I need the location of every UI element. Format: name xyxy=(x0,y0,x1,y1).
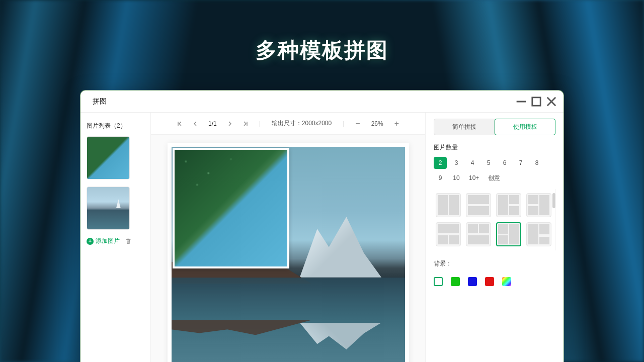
bg-color-custom[interactable] xyxy=(502,277,511,286)
app-window: 拼图 图片列表（2） + 添加图片 xyxy=(80,90,564,362)
window-title: 拼图 xyxy=(93,97,107,106)
add-delete-row: + 添加图片 xyxy=(87,237,144,245)
prev-page-button[interactable] xyxy=(193,121,197,126)
plus-circle-icon: + xyxy=(87,238,94,245)
trash-icon[interactable] xyxy=(125,238,132,245)
template-option-4[interactable] xyxy=(526,193,551,217)
center-canvas-panel: 1/1 | 输出尺寸：2000x2000 | − 26% + xyxy=(151,113,425,362)
template-option-1[interactable] xyxy=(436,193,461,217)
count-option-2[interactable]: 2 xyxy=(434,157,447,169)
svg-rect-1 xyxy=(532,97,540,105)
count-option-3[interactable]: 3 xyxy=(450,157,463,169)
background-colors xyxy=(434,277,555,286)
collage-canvas[interactable] xyxy=(168,143,409,362)
close-button[interactable] xyxy=(544,95,558,109)
template-scrollbar[interactable] xyxy=(552,193,555,208)
add-image-button[interactable]: + 添加图片 xyxy=(87,237,120,245)
image-thumbnail-1[interactable] xyxy=(87,136,130,179)
mode-tabs: 简单拼接 使用模板 xyxy=(434,119,555,135)
template-option-6[interactable] xyxy=(466,222,491,246)
page-indicator: 1/1 xyxy=(208,120,217,127)
zoom-level: 26% xyxy=(371,120,383,127)
maximize-button[interactable] xyxy=(529,95,543,109)
add-image-label: 添加图片 xyxy=(96,237,120,245)
app-body: 图片列表（2） + 添加图片 xyxy=(80,113,564,362)
count-option-10+[interactable]: 10+ xyxy=(466,172,482,184)
bg-color-green[interactable] xyxy=(451,277,460,286)
output-size-label: 输出尺寸：2000x2000 xyxy=(272,119,332,128)
image-count-options: 234567891010+创意 xyxy=(434,157,555,184)
right-properties-panel: 简单拼接 使用模板 图片数量 234567891010+创意 xyxy=(425,113,564,362)
image-count-label: 图片数量 xyxy=(434,143,555,152)
count-option-8[interactable]: 8 xyxy=(530,157,543,169)
tab-simple-stitch[interactable]: 简单拼接 xyxy=(434,119,495,135)
canvas-overlay-image[interactable] xyxy=(173,148,289,268)
titlebar: 拼图 xyxy=(80,90,564,113)
bg-color-white-selected[interactable] xyxy=(434,277,443,286)
image-thumbnail-2[interactable] xyxy=(87,187,130,230)
canvas-viewport[interactable] xyxy=(151,135,425,362)
template-option-8[interactable] xyxy=(526,222,551,246)
template-option-2[interactable] xyxy=(466,193,491,217)
bg-color-blue[interactable] xyxy=(468,277,477,286)
template-grid-wrap xyxy=(434,189,555,250)
count-option-5[interactable]: 5 xyxy=(482,157,495,169)
image-list-label: 图片列表（2） xyxy=(87,122,144,130)
zoom-in-button[interactable]: + xyxy=(394,119,399,128)
count-option-10[interactable]: 10 xyxy=(450,172,463,184)
first-page-button[interactable] xyxy=(177,121,182,126)
hero-title: 多种模板拼图 xyxy=(0,36,644,64)
next-page-button[interactable] xyxy=(228,121,232,126)
template-option-7-selected[interactable] xyxy=(496,222,521,246)
count-option-6[interactable]: 6 xyxy=(498,157,511,169)
template-grid xyxy=(434,189,555,250)
template-option-5[interactable] xyxy=(436,222,461,246)
last-page-button[interactable] xyxy=(243,121,248,126)
left-image-list-panel: 图片列表（2） + 添加图片 xyxy=(80,113,151,362)
count-option-4[interactable]: 4 xyxy=(466,157,479,169)
minimize-button[interactable] xyxy=(514,95,528,109)
count-option-9[interactable]: 9 xyxy=(434,172,447,184)
background-label: 背景： xyxy=(434,259,555,268)
count-option-创意[interactable]: 创意 xyxy=(485,172,503,184)
template-option-3[interactable] xyxy=(496,193,521,217)
zoom-out-button[interactable]: − xyxy=(355,119,360,128)
tab-use-template[interactable]: 使用模板 xyxy=(495,119,555,135)
count-option-7[interactable]: 7 xyxy=(514,157,527,169)
bg-color-red[interactable] xyxy=(485,277,494,286)
canvas-toolbar: 1/1 | 输出尺寸：2000x2000 | − 26% + xyxy=(151,113,425,135)
window-controls xyxy=(514,95,558,109)
